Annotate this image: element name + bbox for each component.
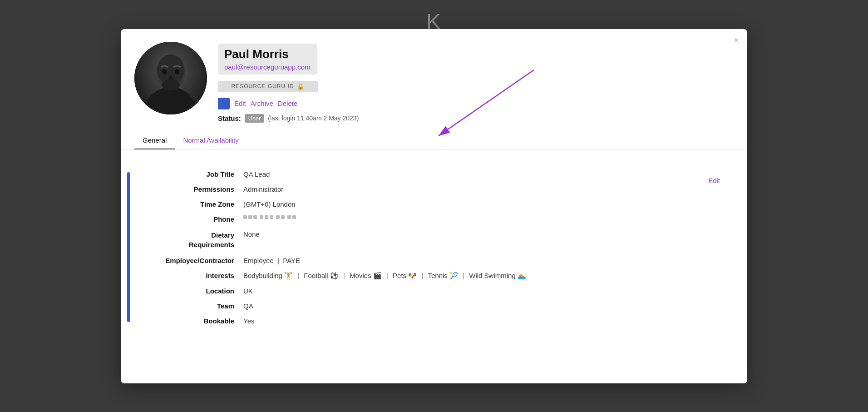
table-row: Job Title QA Lead [143,169,734,178]
color-swatch[interactable] [218,98,230,109]
status-label: Status: [218,114,241,122]
field-label-bookable: Bookable [143,316,243,325]
separator: | [463,272,466,279]
interest-wild-swimming: Wild Swimming 🏊 [469,272,526,279]
field-value-location: UK [243,286,734,295]
separator: | [297,272,301,279]
status-detail: (last login 11:40am 2 May 2023) [268,114,359,122]
table-row: Location UK [143,286,734,295]
table-row: Employee/Contractor Employee | PAYE [143,256,734,264]
edit-link[interactable]: Edit [234,99,246,107]
interest-movies: Movies 🎬 [350,272,382,279]
interest-bodybuilding: Bodybuilding 🏋️ [243,272,293,279]
field-label-location: Location [143,286,243,295]
table-row: Phone [143,214,734,223]
field-value-dietary: None [243,229,734,249]
field-label-dietary: DietaryRequirements [143,229,243,249]
field-value-team: QA [243,301,734,310]
resource-guru-id-label: RESOURCE GURU ID [231,83,294,89]
profile-name-box: Paul Morris paul@resourceguruapp.com [218,44,317,74]
field-label-team: Team [143,301,243,310]
lock-icon: 🔒 [297,83,305,90]
modal: × [121,29,747,383]
separator: | [386,272,390,279]
field-label-interests: Interests [143,271,243,280]
field-label-employee-contractor: Employee/Contractor [143,256,243,264]
table-row: Bookable Yes [143,316,734,325]
left-bar-indicator [127,172,130,322]
field-value-permissions: Administrator [243,184,734,193]
field-label-timezone: Time Zone [143,199,243,208]
tab-general[interactable]: General [134,132,175,149]
table-row: Time Zone (GMT+0) London [143,199,734,208]
status-badge: User [245,114,264,123]
separator: | [421,272,425,279]
profile-name: Paul Morris [224,47,289,61]
delete-link[interactable]: Delete [278,99,297,107]
table-row: Interests Bodybuilding 🏋️ | Football ⚽ |… [143,271,734,280]
svg-point-6 [162,79,180,90]
edit-button-top-right[interactable]: Edit [708,177,720,184]
field-value-bookable: Yes [243,316,734,325]
table-row: DietaryRequirements None [143,229,734,249]
tabs: General Normal Availability [121,132,747,149]
separator: | [343,272,347,279]
profile-header: Paul Morris paul@resourceguruapp.com RES… [121,29,747,132]
svg-point-4 [175,69,179,74]
profile-status: Status: User (last login 11:40am 2 May 2… [218,114,734,123]
svg-point-3 [162,69,167,74]
field-value-interests: Bodybuilding 🏋️ | Football ⚽ | Movies 🎬 … [243,271,734,280]
interest-tennis: Tennis 🎾 [428,272,459,279]
tab-normal-availability[interactable]: Normal Availability [175,132,247,149]
content-area: Edit Job Title QA Lead Permissions Admin… [121,149,747,345]
close-button[interactable]: × [734,35,739,45]
details-table: Job Title QA Lead Permissions Administra… [143,163,734,331]
interest-football: Football ⚽ [304,272,339,279]
field-value-timezone: (GMT+0) London [243,199,734,208]
field-label-job-title: Job Title [143,169,243,178]
table-row: Permissions Administrator [143,184,734,193]
profile-email[interactable]: paul@resourceguruapp.com [224,63,311,71]
resource-guru-id-box: RESOURCE GURU ID 🔒 [218,81,318,92]
field-label-phone: Phone [143,214,243,223]
field-label-permissions: Permissions [143,184,243,193]
field-value-phone [243,214,734,223]
profile-actions: Edit Archive Delete [218,98,734,109]
field-value-employee-contractor: Employee | PAYE [243,256,734,264]
profile-info: Paul Morris paul@resourceguruapp.com RES… [218,42,734,123]
archive-link[interactable]: Archive [251,99,273,107]
table-row: Team QA [143,301,734,310]
avatar [134,42,207,114]
phone-redacted [243,215,734,219]
interest-pets: Pets 🐶 [393,272,417,279]
field-value-job-title: QA Lead [243,169,734,178]
